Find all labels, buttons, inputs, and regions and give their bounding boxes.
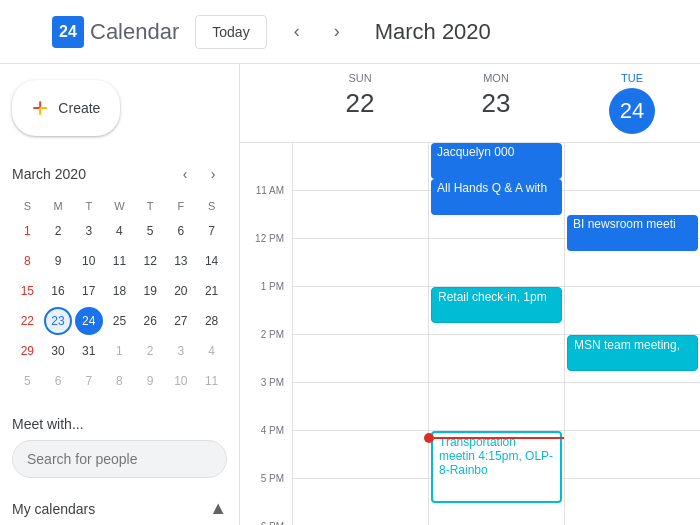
grid-row bbox=[293, 239, 428, 287]
mini-cal-day[interactable]: 3 bbox=[73, 216, 104, 246]
mini-cal-day[interactable]: 11 bbox=[104, 246, 135, 276]
day-number: 21 bbox=[198, 277, 226, 305]
menu-button[interactable] bbox=[16, 22, 40, 42]
grid-row bbox=[565, 383, 700, 431]
day-number: 15 bbox=[13, 277, 41, 305]
mini-cal-day[interactable]: 13 bbox=[166, 246, 197, 276]
grid-row bbox=[293, 479, 428, 525]
create-button[interactable]: + Create bbox=[12, 80, 120, 136]
meet-title: Meet with... bbox=[12, 416, 227, 432]
time-label: 2 PM bbox=[240, 329, 292, 377]
mini-cal-day[interactable]: 25 bbox=[104, 306, 135, 336]
day-of-week: TUE bbox=[568, 72, 696, 84]
meet-section: Meet with... bbox=[0, 404, 239, 486]
mini-cal-day[interactable]: 10 bbox=[73, 246, 104, 276]
mini-cal-day[interactable]: 6 bbox=[43, 366, 74, 396]
mini-cal-day[interactable]: 12 bbox=[135, 246, 166, 276]
event[interactable]: Retail check-in, 1pm bbox=[431, 287, 562, 323]
day-number: 12 bbox=[136, 247, 164, 275]
mini-cal-day[interactable]: 14 bbox=[196, 246, 227, 276]
event[interactable]: Jacquelyn 000 bbox=[431, 143, 562, 179]
mini-cal-day[interactable]: 20 bbox=[166, 276, 197, 306]
day-number: 5 bbox=[136, 217, 164, 245]
header: 24 Calendar Today ‹ › March 2020 bbox=[0, 0, 700, 64]
day-number: 2 bbox=[136, 337, 164, 365]
mini-cal-day[interactable]: 27 bbox=[166, 306, 197, 336]
mini-cal-day[interactable]: 11 bbox=[196, 366, 227, 396]
mini-next-button[interactable]: › bbox=[199, 160, 227, 188]
mini-cal-day[interactable]: 10 bbox=[166, 366, 197, 396]
logo-number: 24 bbox=[59, 23, 77, 41]
time-label: 3 PM bbox=[240, 377, 292, 425]
mini-cal-day[interactable]: 4 bbox=[104, 216, 135, 246]
mini-cal-day[interactable]: 19 bbox=[135, 276, 166, 306]
mini-cal-day[interactable]: 30 bbox=[43, 336, 74, 366]
create-label: Create bbox=[58, 100, 100, 116]
mini-cal-day[interactable]: 16 bbox=[43, 276, 74, 306]
calendars-header: My calendars ▲ bbox=[12, 494, 227, 523]
day-number: 16 bbox=[44, 277, 72, 305]
collapse-button[interactable]: ▲ bbox=[209, 498, 227, 519]
mini-cal-day[interactable]: 8 bbox=[12, 246, 43, 276]
mini-cal-day[interactable]: 17 bbox=[73, 276, 104, 306]
grid-row bbox=[565, 431, 700, 479]
event[interactable]: MSN team meeting, bbox=[567, 335, 698, 371]
grid-row bbox=[429, 239, 564, 287]
day-number: 24 bbox=[75, 307, 103, 335]
next-button[interactable]: › bbox=[319, 14, 355, 50]
mini-cal-day[interactable]: 8 bbox=[104, 366, 135, 396]
mini-cal-day[interactable]: 28 bbox=[196, 306, 227, 336]
mini-cal-day[interactable]: 18 bbox=[104, 276, 135, 306]
mini-cal-day[interactable]: 1 bbox=[104, 336, 135, 366]
day-number: 10 bbox=[75, 247, 103, 275]
mini-cal-day[interactable]: 6 bbox=[166, 216, 197, 246]
grid-row bbox=[565, 287, 700, 335]
day-of-week-header: S bbox=[196, 196, 227, 216]
mini-cal-day[interactable]: 21 bbox=[196, 276, 227, 306]
mini-cal-day[interactable]: 5 bbox=[135, 216, 166, 246]
mini-cal-day[interactable]: 26 bbox=[135, 306, 166, 336]
day-number: 10 bbox=[167, 367, 195, 395]
mini-cal-day[interactable]: 15 bbox=[12, 276, 43, 306]
grid-row bbox=[293, 287, 428, 335]
current-time-line bbox=[429, 433, 564, 443]
mini-cal-day[interactable]: 5 bbox=[12, 366, 43, 396]
mini-cal-day[interactable]: 24 bbox=[73, 306, 104, 336]
day-number: 14 bbox=[198, 247, 226, 275]
mini-cal-day[interactable]: 9 bbox=[43, 246, 74, 276]
prev-button[interactable]: ‹ bbox=[279, 14, 315, 50]
day-number: 9 bbox=[136, 367, 164, 395]
day-number: 29 bbox=[13, 337, 41, 365]
grid-columns: Jacquelyn 000All Hands Q & A withRetail … bbox=[292, 143, 700, 525]
day-of-week-header: F bbox=[166, 196, 197, 216]
grid-row bbox=[293, 431, 428, 479]
search-people-input[interactable] bbox=[12, 440, 227, 478]
mini-prev-button[interactable]: ‹ bbox=[171, 160, 199, 188]
day-header: TUE24 bbox=[564, 64, 700, 142]
mini-cal-day[interactable]: 22 bbox=[12, 306, 43, 336]
mini-cal-day[interactable]: 3 bbox=[166, 336, 197, 366]
mini-cal-day[interactable]: 4 bbox=[196, 336, 227, 366]
today-button[interactable]: Today bbox=[195, 15, 266, 49]
calendar-main: SUN22MON23TUE24 GMT-0411 AM12 PM1 PM2 PM… bbox=[240, 64, 700, 525]
time-labels: GMT-0411 AM12 PM1 PM2 PM3 PM4 PM5 PM6 PM bbox=[240, 143, 292, 525]
mini-cal-day[interactable]: 1 bbox=[12, 216, 43, 246]
mini-cal-day[interactable]: 9 bbox=[135, 366, 166, 396]
event[interactable]: BI newsroom meeti bbox=[567, 215, 698, 251]
mini-cal-day[interactable]: 2 bbox=[135, 336, 166, 366]
sidebar: + Create March 2020 ‹ › SMTWTFS 12345678… bbox=[0, 64, 240, 525]
grid-col-2: Jacquelyn 000All Hands Q & A withRetail … bbox=[428, 143, 564, 525]
day-number: 6 bbox=[44, 367, 72, 395]
time-label: 12 PM bbox=[240, 233, 292, 281]
mini-cal-day[interactable]: 29 bbox=[12, 336, 43, 366]
mini-cal-day[interactable]: 7 bbox=[73, 366, 104, 396]
day-number: 7 bbox=[75, 367, 103, 395]
day-number: 27 bbox=[167, 307, 195, 335]
mini-cal-day[interactable]: 2 bbox=[43, 216, 74, 246]
mini-cal-day[interactable]: 23 bbox=[43, 306, 74, 336]
mini-cal-day[interactable]: 7 bbox=[196, 216, 227, 246]
day-header: SUN22 bbox=[292, 64, 428, 142]
event[interactable]: All Hands Q & A with bbox=[431, 179, 562, 215]
grid-col-3: BI newsroom meetiMSN team meeting, bbox=[564, 143, 700, 525]
mini-cal-day[interactable]: 31 bbox=[73, 336, 104, 366]
